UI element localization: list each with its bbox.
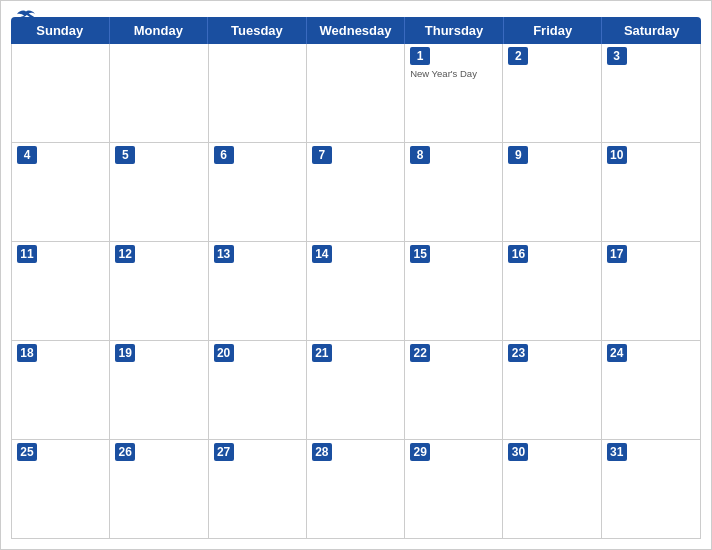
- calendar-cell: 5: [110, 143, 208, 241]
- day-headers: SundayMondayTuesdayWednesdayThursdayFrid…: [11, 17, 701, 44]
- calendar-cell: [12, 44, 110, 142]
- calendar-cell: 29: [405, 440, 503, 538]
- calendar-page: SundayMondayTuesdayWednesdayThursdayFrid…: [0, 0, 712, 550]
- calendar-row-1: 45678910: [12, 143, 700, 242]
- calendar-row-4: 25262728293031: [12, 440, 700, 538]
- calendar-row-2: 11121314151617: [12, 242, 700, 341]
- day-header-saturday: Saturday: [602, 17, 701, 44]
- calendar-cell: 13: [209, 242, 307, 340]
- calendar-cell: 12: [110, 242, 208, 340]
- calendar: SundayMondayTuesdayWednesdayThursdayFrid…: [1, 17, 711, 549]
- calendar-cell: 24: [602, 341, 700, 439]
- cell-holiday-label: New Year's Day: [410, 68, 497, 79]
- calendar-cell: 30: [503, 440, 601, 538]
- cell-day-number: 2: [508, 47, 528, 65]
- calendar-cell: 22: [405, 341, 503, 439]
- cell-day-number: 10: [607, 146, 627, 164]
- calendar-cell: 16: [503, 242, 601, 340]
- cell-day-number: 30: [508, 443, 528, 461]
- cell-day-number: 11: [17, 245, 37, 263]
- calendar-cell: 10: [602, 143, 700, 241]
- calendar-cell: 25: [12, 440, 110, 538]
- cell-day-number: 4: [17, 146, 37, 164]
- cell-day-number: 19: [115, 344, 135, 362]
- cell-day-number: 15: [410, 245, 430, 263]
- calendar-cell: 11: [12, 242, 110, 340]
- calendar-cell: 15: [405, 242, 503, 340]
- cell-day-number: 28: [312, 443, 332, 461]
- calendar-row-3: 18192021222324: [12, 341, 700, 440]
- cell-day-number: 21: [312, 344, 332, 362]
- calendar-cell: 4: [12, 143, 110, 241]
- calendar-cell: [110, 44, 208, 142]
- calendar-cell: 20: [209, 341, 307, 439]
- calendar-cell: 31: [602, 440, 700, 538]
- calendar-cell: 27: [209, 440, 307, 538]
- calendar-cell: 6: [209, 143, 307, 241]
- calendar-cell: 3: [602, 44, 700, 142]
- cell-day-number: 29: [410, 443, 430, 461]
- cell-day-number: 3: [607, 47, 627, 65]
- cell-day-number: 26: [115, 443, 135, 461]
- cell-day-number: 25: [17, 443, 37, 461]
- cell-day-number: [17, 47, 37, 65]
- cell-day-number: 23: [508, 344, 528, 362]
- calendar-row-0: 1New Year's Day23: [12, 44, 700, 143]
- cell-day-number: 24: [607, 344, 627, 362]
- calendar-cell: 7: [307, 143, 405, 241]
- calendar-cell: 17: [602, 242, 700, 340]
- day-header-friday: Friday: [504, 17, 603, 44]
- cell-day-number: 6: [214, 146, 234, 164]
- cell-day-number: 9: [508, 146, 528, 164]
- cell-day-number: [214, 47, 234, 65]
- cell-day-number: 12: [115, 245, 135, 263]
- calendar-cell: [209, 44, 307, 142]
- calendar-cell: 21: [307, 341, 405, 439]
- calendar-cell: 14: [307, 242, 405, 340]
- calendar-cell: 2: [503, 44, 601, 142]
- cell-day-number: 22: [410, 344, 430, 362]
- day-header-tuesday: Tuesday: [208, 17, 307, 44]
- cell-day-number: 31: [607, 443, 627, 461]
- cell-day-number: [312, 47, 332, 65]
- logo: [17, 9, 37, 23]
- calendar-cell: 19: [110, 341, 208, 439]
- calendar-grid: 1New Year's Day2345678910111213141516171…: [11, 44, 701, 539]
- calendar-cell: 18: [12, 341, 110, 439]
- day-header-wednesday: Wednesday: [307, 17, 406, 44]
- cell-day-number: 1: [410, 47, 430, 65]
- calendar-cell: 26: [110, 440, 208, 538]
- calendar-cell: 1New Year's Day: [405, 44, 503, 142]
- cell-day-number: 13: [214, 245, 234, 263]
- cell-day-number: 5: [115, 146, 135, 164]
- logo-blue: [17, 9, 37, 23]
- calendar-cell: [307, 44, 405, 142]
- cell-day-number: 17: [607, 245, 627, 263]
- calendar-cell: 28: [307, 440, 405, 538]
- cell-day-number: 7: [312, 146, 332, 164]
- logo-bird-icon: [17, 9, 35, 23]
- calendar-header: [1, 1, 711, 17]
- cell-day-number: [115, 47, 135, 65]
- cell-day-number: 18: [17, 344, 37, 362]
- day-header-monday: Monday: [110, 17, 209, 44]
- cell-day-number: 16: [508, 245, 528, 263]
- cell-day-number: 8: [410, 146, 430, 164]
- calendar-cell: 23: [503, 341, 601, 439]
- cell-day-number: 27: [214, 443, 234, 461]
- day-header-thursday: Thursday: [405, 17, 504, 44]
- calendar-cell: 8: [405, 143, 503, 241]
- cell-day-number: 14: [312, 245, 332, 263]
- cell-day-number: 20: [214, 344, 234, 362]
- calendar-cell: 9: [503, 143, 601, 241]
